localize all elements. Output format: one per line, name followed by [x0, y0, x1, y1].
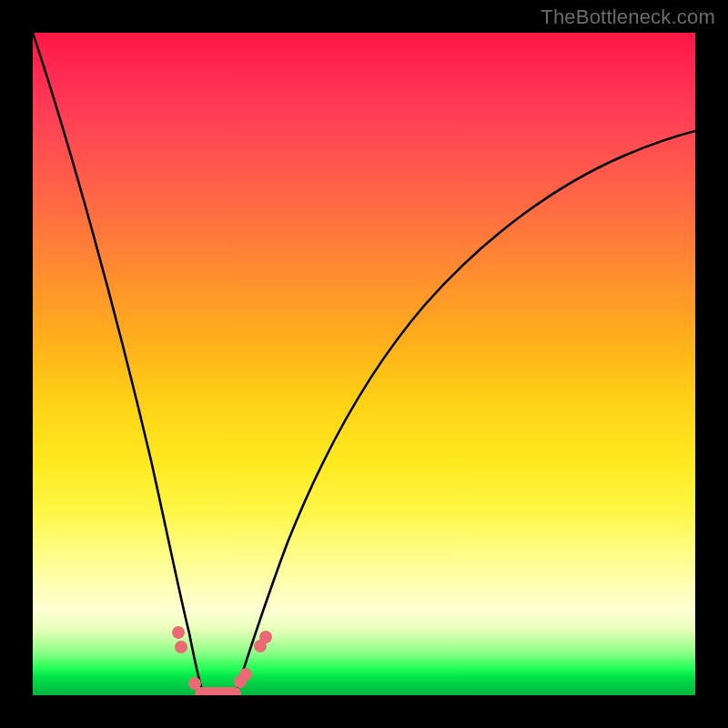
plot-area — [33, 33, 695, 695]
marker-dot — [175, 641, 187, 653]
marker-dot — [259, 631, 272, 643]
marker-dot — [239, 668, 252, 681]
curve-layer — [33, 33, 695, 695]
marker-dot — [228, 687, 241, 695]
marker-dot — [172, 626, 185, 639]
chart-frame: TheBottleneck.com — [0, 0, 728, 728]
watermark-text: TheBottleneck.com — [541, 5, 715, 29]
curve-right-branch — [235, 131, 695, 695]
curve-left-branch — [33, 33, 206, 695]
